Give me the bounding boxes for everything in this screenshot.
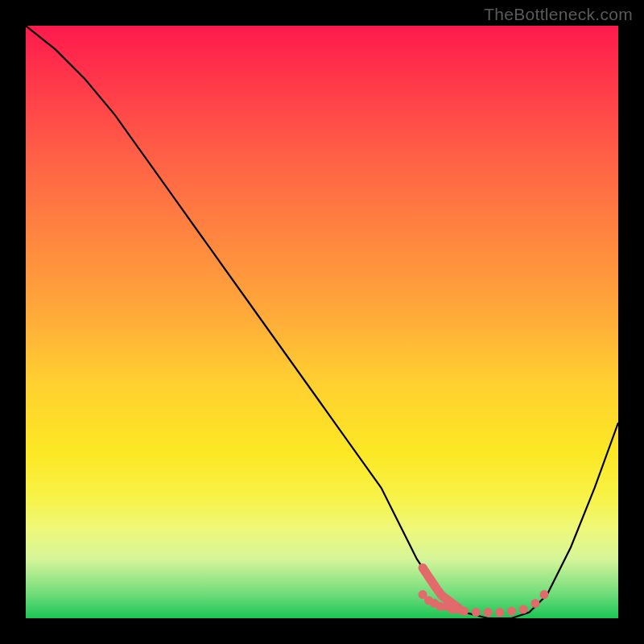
svg-point-8 <box>472 608 481 617</box>
svg-point-6 <box>454 605 463 614</box>
optimal-range-dots <box>26 26 618 618</box>
svg-point-13 <box>531 599 540 608</box>
watermark-text: TheBottleneck.com <box>484 5 633 24</box>
svg-point-1 <box>424 596 433 605</box>
svg-point-9 <box>484 608 493 617</box>
svg-point-14 <box>540 590 549 599</box>
bottleneck-curve <box>26 26 618 618</box>
svg-point-4 <box>442 602 451 611</box>
svg-point-2 <box>430 599 439 608</box>
svg-point-10 <box>495 608 504 617</box>
svg-point-12 <box>519 605 528 614</box>
svg-point-3 <box>436 602 445 611</box>
svg-point-5 <box>448 605 456 614</box>
svg-point-0 <box>419 590 427 599</box>
chart-plot-area <box>26 26 618 618</box>
svg-point-7 <box>460 607 469 616</box>
svg-point-11 <box>507 607 516 616</box>
